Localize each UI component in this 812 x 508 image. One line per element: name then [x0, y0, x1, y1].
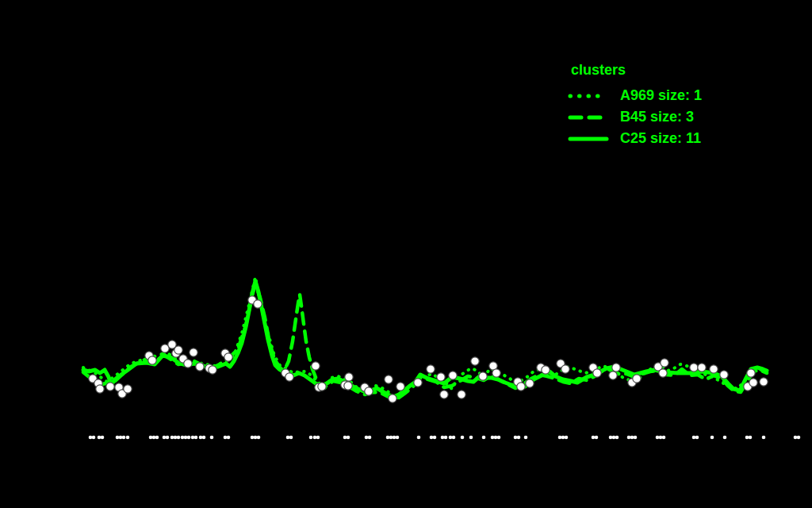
rug-dot — [313, 436, 317, 440]
rug-dot — [517, 436, 521, 440]
rug-dot — [634, 436, 638, 440]
scatter-point — [710, 365, 718, 373]
rug-dot — [692, 436, 696, 440]
scatter-point — [659, 369, 667, 377]
rug-dot — [152, 436, 156, 440]
scatter-point — [449, 371, 457, 379]
rug-dot — [461, 436, 465, 440]
legend-entry-a969: A969 size: 1 — [568, 85, 702, 106]
rug-dot — [441, 436, 445, 440]
scatter-point — [720, 371, 728, 379]
scatter-point — [124, 385, 132, 393]
legend-entry-b45: B45 size: 3 — [568, 106, 702, 128]
series-line-b45 — [83, 284, 767, 399]
rug-dot — [174, 436, 178, 440]
rug-dot — [365, 436, 369, 440]
scatter-point — [174, 346, 182, 354]
rug-dot — [393, 436, 396, 440]
dotted-line-icon — [568, 91, 609, 101]
rug-dot — [191, 436, 195, 440]
rug-dot — [524, 436, 528, 440]
rug-dot — [609, 436, 613, 440]
scatter-point — [612, 364, 620, 371]
scatter-point — [396, 383, 404, 391]
rug-dot — [452, 436, 456, 440]
rug-dot — [417, 436, 421, 440]
rug-dot — [116, 436, 120, 440]
scatter-point — [318, 383, 326, 391]
series-line-c25 — [83, 281, 767, 397]
plot-area: clusters A969 size: 1 B45 size: 3 C25 si… — [0, 0, 812, 508]
rug-dot — [254, 436, 258, 440]
scatter-point — [224, 353, 232, 361]
rug-dot — [797, 436, 801, 440]
rug-dot — [251, 436, 255, 440]
rug-dot — [656, 436, 660, 440]
rug-dot — [122, 436, 126, 440]
rug-dot — [630, 436, 634, 440]
scatter-point — [479, 372, 487, 380]
rug-dot — [199, 436, 203, 440]
rug-dot — [386, 436, 390, 440]
rug-dot — [194, 436, 198, 440]
rug-dot — [184, 436, 188, 440]
rug-dot — [794, 436, 798, 440]
rug-dot — [149, 436, 153, 440]
scatter-point — [609, 371, 617, 379]
rug-dot — [491, 436, 495, 440]
scatter-point — [661, 359, 668, 367]
scatter-point — [690, 364, 698, 371]
rug-dot — [101, 436, 105, 440]
scatter-point — [196, 363, 204, 371]
legend-label: A969 size: 1 — [620, 87, 702, 104]
rug-dot — [166, 436, 170, 440]
rug-dot — [396, 436, 400, 440]
rug-dot — [181, 436, 185, 440]
rug-dot — [289, 436, 293, 440]
rug-dot — [695, 436, 699, 440]
legend-label: C25 size: 11 — [620, 130, 701, 147]
rug-dot — [155, 436, 159, 440]
scatter-point — [458, 391, 465, 398]
rug-dot — [202, 436, 206, 440]
rug-dot — [749, 436, 753, 440]
rug-dot — [662, 436, 666, 440]
rug-dot — [444, 436, 448, 440]
rug-dot — [177, 436, 181, 440]
rug-dot — [224, 436, 228, 440]
scatter-point — [312, 362, 320, 370]
scatter-point — [440, 391, 448, 398]
scatter-point — [96, 385, 104, 393]
rug-dot — [187, 436, 191, 440]
rug-dot — [561, 436, 565, 440]
scatter-point — [593, 369, 601, 377]
scatter-point — [106, 383, 114, 391]
rug-dot — [482, 436, 486, 440]
scatter-point — [345, 373, 353, 381]
legend: clusters A969 size: 1 B45 size: 3 C25 si… — [568, 62, 702, 149]
rug-dot — [433, 436, 437, 440]
solid-line-icon — [568, 134, 609, 144]
rug-dot — [163, 436, 167, 440]
rug-dot — [514, 436, 518, 440]
rug-dot — [565, 436, 569, 440]
rug-dot — [286, 436, 290, 440]
scatter-point — [747, 369, 755, 377]
scatter-point — [148, 356, 156, 364]
rug-dot — [762, 436, 766, 440]
rug-dot — [210, 436, 214, 440]
rug-dot — [98, 436, 102, 440]
scatter-point — [385, 375, 393, 383]
scatter-point — [285, 373, 293, 381]
rug-dot — [558, 436, 562, 440]
dashed-line-icon — [568, 113, 609, 122]
legend-title: clusters — [571, 62, 702, 79]
scatter-point — [190, 348, 197, 356]
scatter-point — [749, 379, 757, 387]
rug-dot — [592, 436, 596, 440]
scatter-point — [492, 369, 500, 377]
rug-dot — [612, 436, 616, 440]
scatter-point — [389, 394, 396, 402]
scatter-point — [344, 382, 352, 390]
rug-dot — [257, 436, 261, 440]
